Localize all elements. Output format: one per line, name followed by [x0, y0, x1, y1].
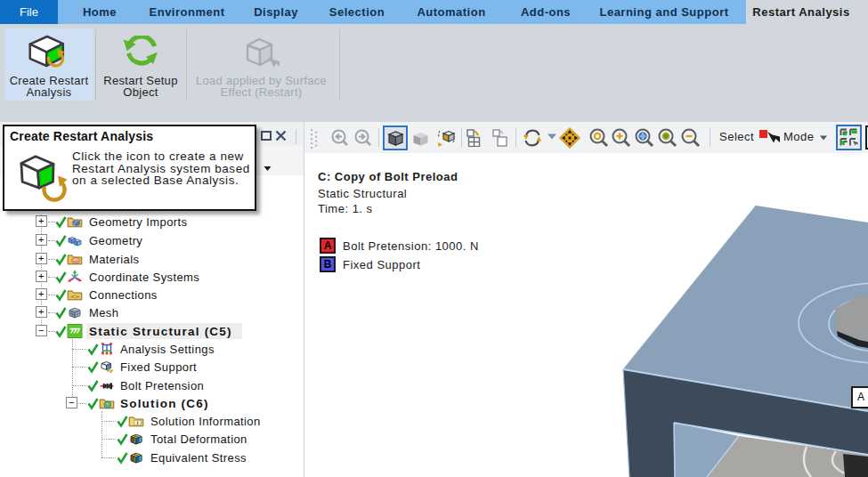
svg-text:i: i [136, 419, 138, 425]
